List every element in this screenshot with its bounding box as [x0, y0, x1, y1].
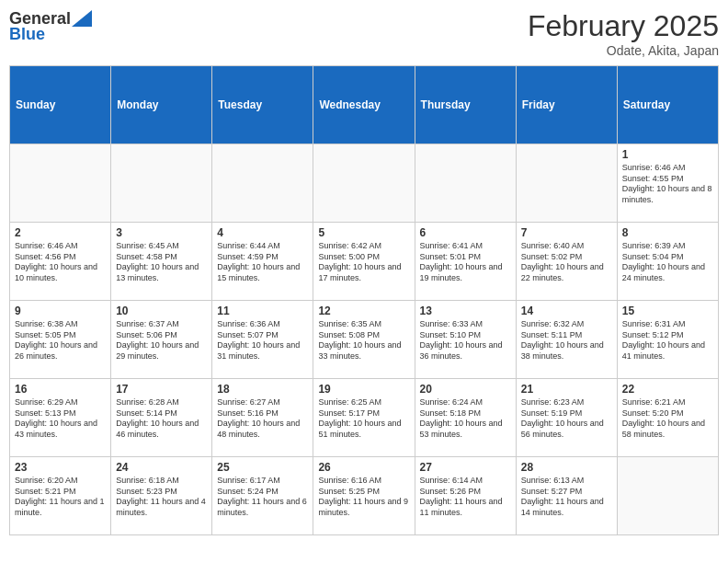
day-content: Sunrise: 6:35 AM Sunset: 5:08 PM Dayligh… [318, 319, 409, 362]
day-content: Sunrise: 6:42 AM Sunset: 5:00 PM Dayligh… [318, 241, 409, 284]
day-number: 3 [116, 226, 207, 239]
table-row [415, 144, 516, 223]
logo-icon [72, 10, 92, 27]
table-row: 26Sunrise: 6:16 AM Sunset: 5:25 PM Dayli… [313, 457, 415, 535]
calendar-week-1: 2Sunrise: 6:46 AM Sunset: 4:56 PM Daylig… [10, 223, 719, 301]
table-row: 4Sunrise: 6:44 AM Sunset: 4:59 PM Daylig… [212, 223, 313, 301]
table-row: 2Sunrise: 6:46 AM Sunset: 4:56 PM Daylig… [10, 223, 111, 301]
day-content: Sunrise: 6:13 AM Sunset: 5:27 PM Dayligh… [521, 476, 612, 519]
table-row [313, 144, 415, 223]
day-content: Sunrise: 6:40 AM Sunset: 5:02 PM Dayligh… [521, 241, 612, 284]
table-row: 22Sunrise: 6:21 AM Sunset: 5:20 PM Dayli… [617, 379, 718, 457]
svg-marker-0 [72, 10, 92, 27]
day-content: Sunrise: 6:27 AM Sunset: 5:16 PM Dayligh… [217, 397, 308, 441]
day-number: 8 [622, 226, 713, 239]
col-sunday: Sunday [10, 66, 111, 144]
table-row: 3Sunrise: 6:45 AM Sunset: 4:58 PM Daylig… [111, 223, 212, 301]
calendar-week-3: 16Sunrise: 6:29 AM Sunset: 5:13 PM Dayli… [10, 379, 719, 457]
col-wednesday: Wednesday [313, 66, 415, 144]
title-section: February 2025 Odate, Akita, Japan [528, 9, 719, 58]
day-number: 18 [217, 383, 308, 396]
table-row [617, 457, 718, 535]
day-content: Sunrise: 6:25 AM Sunset: 5:17 PM Dayligh… [318, 397, 409, 441]
table-row: 21Sunrise: 6:23 AM Sunset: 5:19 PM Dayli… [516, 379, 617, 457]
day-number: 16 [15, 383, 106, 396]
day-number: 28 [521, 461, 612, 474]
table-row: 13Sunrise: 6:33 AM Sunset: 5:10 PM Dayli… [415, 301, 516, 379]
table-row: 1Sunrise: 6:46 AM Sunset: 4:55 PM Daylig… [617, 144, 718, 223]
day-content: Sunrise: 6:46 AM Sunset: 4:56 PM Dayligh… [15, 241, 106, 284]
day-content: Sunrise: 6:16 AM Sunset: 5:25 PM Dayligh… [318, 476, 409, 519]
page: General Blue February 2025 Odate, Akita,… [0, 0, 728, 563]
day-content: Sunrise: 6:44 AM Sunset: 4:59 PM Dayligh… [217, 241, 308, 284]
table-row: 8Sunrise: 6:39 AM Sunset: 5:04 PM Daylig… [617, 223, 718, 301]
table-row: 5Sunrise: 6:42 AM Sunset: 5:00 PM Daylig… [313, 223, 415, 301]
month-title: February 2025 [528, 9, 719, 43]
day-number: 26 [318, 461, 409, 474]
day-number: 25 [217, 461, 308, 474]
day-content: Sunrise: 6:24 AM Sunset: 5:18 PM Dayligh… [420, 397, 511, 441]
day-number: 12 [318, 304, 409, 317]
day-content: Sunrise: 6:31 AM Sunset: 5:12 PM Dayligh… [622, 319, 713, 362]
day-number: 15 [622, 304, 713, 317]
table-row: 7Sunrise: 6:40 AM Sunset: 5:02 PM Daylig… [516, 223, 617, 301]
table-row: 11Sunrise: 6:36 AM Sunset: 5:07 PM Dayli… [212, 301, 313, 379]
calendar-week-2: 9Sunrise: 6:38 AM Sunset: 5:05 PM Daylig… [10, 301, 719, 379]
table-row: 17Sunrise: 6:28 AM Sunset: 5:14 PM Dayli… [111, 379, 212, 457]
calendar: Sunday Monday Tuesday Wednesday Thursday… [9, 65, 719, 535]
table-row: 15Sunrise: 6:31 AM Sunset: 5:12 PM Dayli… [617, 301, 718, 379]
day-content: Sunrise: 6:33 AM Sunset: 5:10 PM Dayligh… [420, 319, 511, 362]
table-row [212, 144, 313, 223]
table-row [10, 144, 111, 223]
day-number: 14 [521, 304, 612, 317]
table-row: 14Sunrise: 6:32 AM Sunset: 5:11 PM Dayli… [516, 301, 617, 379]
col-monday: Monday [111, 66, 212, 144]
table-row: 28Sunrise: 6:13 AM Sunset: 5:27 PM Dayli… [516, 457, 617, 535]
table-row: 10Sunrise: 6:37 AM Sunset: 5:06 PM Dayli… [111, 301, 212, 379]
day-number: 13 [420, 304, 511, 317]
day-content: Sunrise: 6:45 AM Sunset: 4:58 PM Dayligh… [116, 241, 207, 284]
day-number: 11 [217, 304, 308, 317]
day-number: 5 [318, 226, 409, 239]
day-content: Sunrise: 6:17 AM Sunset: 5:24 PM Dayligh… [217, 476, 308, 519]
day-content: Sunrise: 6:37 AM Sunset: 5:06 PM Dayligh… [116, 319, 207, 362]
day-number: 1 [622, 148, 713, 161]
day-number: 19 [318, 383, 409, 396]
day-content: Sunrise: 6:23 AM Sunset: 5:19 PM Dayligh… [521, 397, 612, 441]
day-content: Sunrise: 6:14 AM Sunset: 5:26 PM Dayligh… [420, 476, 511, 519]
location: Odate, Akita, Japan [528, 43, 719, 58]
table-row [516, 144, 617, 223]
day-number: 2 [15, 226, 106, 239]
col-friday: Friday [516, 66, 617, 144]
day-number: 21 [521, 383, 612, 396]
table-row: 18Sunrise: 6:27 AM Sunset: 5:16 PM Dayli… [212, 379, 313, 457]
day-content: Sunrise: 6:32 AM Sunset: 5:11 PM Dayligh… [521, 319, 612, 362]
day-number: 22 [622, 383, 713, 396]
day-content: Sunrise: 6:18 AM Sunset: 5:23 PM Dayligh… [116, 476, 207, 519]
table-row: 12Sunrise: 6:35 AM Sunset: 5:08 PM Dayli… [313, 301, 415, 379]
col-tuesday: Tuesday [212, 66, 313, 144]
table-row: 6Sunrise: 6:41 AM Sunset: 5:01 PM Daylig… [415, 223, 516, 301]
table-row: 20Sunrise: 6:24 AM Sunset: 5:18 PM Dayli… [415, 379, 516, 457]
day-number: 4 [217, 226, 308, 239]
table-row: 9Sunrise: 6:38 AM Sunset: 5:05 PM Daylig… [10, 301, 111, 379]
logo: General Blue [9, 9, 92, 44]
day-content: Sunrise: 6:38 AM Sunset: 5:05 PM Dayligh… [15, 319, 106, 362]
table-row: 19Sunrise: 6:25 AM Sunset: 5:17 PM Dayli… [313, 379, 415, 457]
day-content: Sunrise: 6:21 AM Sunset: 5:20 PM Dayligh… [622, 397, 713, 441]
day-content: Sunrise: 6:29 AM Sunset: 5:13 PM Dayligh… [15, 397, 106, 441]
day-content: Sunrise: 6:28 AM Sunset: 5:14 PM Dayligh… [116, 397, 207, 441]
table-row: 23Sunrise: 6:20 AM Sunset: 5:21 PM Dayli… [10, 457, 111, 535]
day-number: 10 [116, 304, 207, 317]
day-content: Sunrise: 6:41 AM Sunset: 5:01 PM Dayligh… [420, 241, 511, 284]
day-number: 23 [15, 461, 106, 474]
day-number: 20 [420, 383, 511, 396]
table-row: 24Sunrise: 6:18 AM Sunset: 5:23 PM Dayli… [111, 457, 212, 535]
day-content: Sunrise: 6:36 AM Sunset: 5:07 PM Dayligh… [217, 319, 308, 362]
day-number: 24 [116, 461, 207, 474]
calendar-header-row: Sunday Monday Tuesday Wednesday Thursday… [10, 66, 719, 144]
day-number: 9 [15, 304, 106, 317]
calendar-week-0: 1Sunrise: 6:46 AM Sunset: 4:55 PM Daylig… [10, 144, 719, 223]
col-saturday: Saturday [617, 66, 718, 144]
calendar-week-4: 23Sunrise: 6:20 AM Sunset: 5:21 PM Dayli… [10, 457, 719, 535]
